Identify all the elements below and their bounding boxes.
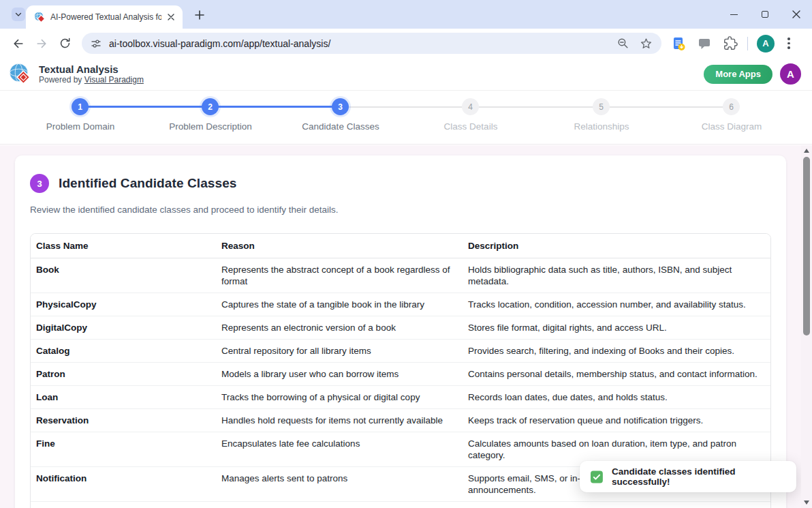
- table-row: Book Represents the abstract concept of …: [31, 258, 770, 293]
- table-row: Patron Models a library user who can bor…: [31, 363, 770, 386]
- page-content: 3 Identified Candidate Classes Review th…: [0, 145, 812, 508]
- tab-strip: AI-Powered Textual Analysis for: [0, 0, 812, 29]
- close-icon: [168, 14, 174, 20]
- step-2-label[interactable]: Problem Description: [169, 121, 252, 132]
- success-check-icon: [591, 470, 603, 483]
- header-actions: More Apps A: [704, 63, 804, 85]
- extensions-button[interactable]: [721, 35, 739, 53]
- close-window-button[interactable]: [781, 0, 812, 29]
- back-button[interactable]: [8, 33, 29, 54]
- class-name-cell: Patron: [31, 363, 216, 386]
- scrollbar-thumb[interactable]: [803, 157, 810, 335]
- reason-cell: Encapsulates late fee calculations: [216, 432, 463, 467]
- description-cell: Tracks location, condition, accession nu…: [463, 293, 770, 316]
- site-settings-icon[interactable]: [90, 38, 102, 50]
- back-arrow-icon: [12, 37, 25, 50]
- reason-cell: Central repository for all library items: [216, 340, 463, 363]
- visual-paradigm-logo: [8, 62, 32, 86]
- description-cell: Stores credentials, password hash, and s…: [463, 502, 770, 508]
- description-cell: Keeps track of reservation queue and not…: [463, 409, 770, 432]
- step-3-circle[interactable]: 3: [332, 98, 349, 115]
- class-name-cell: DigitalCopy: [31, 316, 216, 340]
- class-name-cell: PhysicalCopy: [31, 293, 216, 316]
- table-row: Loan Tracks the borrowing of a physical …: [31, 386, 770, 409]
- reload-icon: [59, 37, 72, 50]
- class-name-cell: Loan: [31, 386, 216, 409]
- step-2-circle[interactable]: 2: [202, 98, 219, 115]
- reason-cell: Represents the abstract concept of a boo…: [216, 258, 463, 293]
- reason-cell: Captures the state of a tangible book in…: [216, 293, 463, 316]
- step-5-label[interactable]: Relationships: [574, 121, 629, 132]
- class-name-cell: Notification: [31, 467, 216, 502]
- app-title: Textual Analysis: [39, 63, 144, 75]
- docs-offline-extension-icon[interactable]: [670, 35, 687, 53]
- card-header: 3 Identified Candidate Classes: [30, 174, 771, 193]
- maximize-icon: [762, 11, 768, 18]
- browser-profile-avatar[interactable]: A: [757, 35, 775, 53]
- description-cell: Provides search, filtering, and indexing…: [463, 340, 770, 363]
- close-icon: [792, 10, 800, 18]
- description-cell: Stores file format, digital rights, and …: [463, 316, 770, 340]
- success-toast: Candidate classes identified successfull…: [580, 461, 796, 492]
- step-1-circle[interactable]: 1: [72, 98, 89, 115]
- class-name-cell: UserAccount: [31, 502, 216, 508]
- plus-icon: [195, 10, 204, 20]
- column-header-reason: Reason: [216, 234, 463, 258]
- browser-window: AI-Powered Textual Analysis for: [0, 0, 812, 508]
- browser-tab[interactable]: AI-Powered Textual Analysis for: [26, 5, 183, 29]
- page-subtitle: Review the identified candidate classes …: [30, 205, 771, 215]
- step-6-label[interactable]: Class Diagram: [702, 121, 762, 132]
- puzzle-icon: [723, 36, 738, 50]
- forward-button[interactable]: [31, 33, 52, 54]
- forward-arrow-icon: [35, 37, 48, 50]
- scroll-down-arrow-icon[interactable]: [804, 500, 809, 505]
- step-4-label[interactable]: Class Details: [444, 121, 498, 132]
- tab-close-button[interactable]: [166, 12, 176, 23]
- minimize-icon: [730, 14, 738, 15]
- column-header-class-name: Class Name: [31, 234, 216, 258]
- minimize-button[interactable]: [718, 0, 749, 29]
- tab-title: AI-Powered Textual Analysis for: [50, 12, 161, 22]
- step-4-circle[interactable]: 4: [462, 98, 479, 115]
- step-3-label[interactable]: Candidate Classes: [302, 121, 379, 132]
- reason-cell: Handles hold requests for items not curr…: [216, 409, 463, 432]
- step-6-circle[interactable]: 6: [723, 98, 740, 115]
- bookmark-button[interactable]: [638, 36, 653, 51]
- zoom-out-icon: [616, 37, 629, 50]
- user-avatar[interactable]: A: [780, 63, 801, 85]
- toolbar-divider: [747, 37, 748, 50]
- more-apps-button[interactable]: More Apps: [704, 65, 772, 84]
- reason-cell: Represents an electronic version of a bo…: [216, 316, 463, 340]
- step-1-label[interactable]: Problem Domain: [46, 121, 115, 132]
- zoom-out-button[interactable]: [615, 36, 630, 51]
- maximize-button[interactable]: [749, 0, 781, 29]
- chevron-down-icon: [14, 10, 22, 18]
- browser-menu-button[interactable]: [785, 35, 793, 52]
- reason-cell: Manages alerts sent to patrons: [216, 467, 463, 502]
- page-title: Identified Candidate Classes: [59, 176, 236, 191]
- stepper-line-upcoming: [341, 106, 732, 108]
- step-5-circle[interactable]: 5: [593, 98, 610, 115]
- description-cell: Holds bibliographic data such as title, …: [463, 258, 770, 293]
- description-cell: Contains personal details, membership st…: [463, 363, 770, 386]
- page-scrollbar[interactable]: [801, 145, 812, 508]
- reload-button[interactable]: [54, 33, 75, 54]
- table-row: Catalog Central repository for all libra…: [31, 340, 770, 363]
- visual-paradigm-link[interactable]: Visual Paradigm: [84, 75, 144, 85]
- column-header-description: Description: [463, 234, 770, 258]
- candidate-classes-card: 3 Identified Candidate Classes Review th…: [15, 155, 786, 508]
- address-bar[interactable]: ai-toolbox.visual-paradigm.com/app/textu…: [82, 33, 661, 54]
- class-name-cell: Catalog: [31, 340, 216, 363]
- wizard-stepper: 1 2 3 4 5 6 Problem Domain Problem Descr…: [0, 91, 812, 145]
- step-number-badge: 3: [30, 174, 49, 193]
- speech-bubble-icon: [698, 37, 711, 50]
- table-row: PhysicalCopy Captures the state of a tan…: [31, 293, 770, 316]
- scroll-up-arrow-icon[interactable]: [804, 149, 809, 153]
- class-name-cell: Reservation: [31, 409, 216, 432]
- new-tab-button[interactable]: [193, 8, 206, 21]
- comment-extension-icon[interactable]: [696, 35, 713, 53]
- tab-search-button[interactable]: [12, 8, 25, 21]
- document-download-icon: [671, 36, 686, 51]
- powered-by-line: Powered by Visual Paradigm: [39, 75, 144, 85]
- table-row: UserAccount Handles authentication and a…: [31, 502, 770, 508]
